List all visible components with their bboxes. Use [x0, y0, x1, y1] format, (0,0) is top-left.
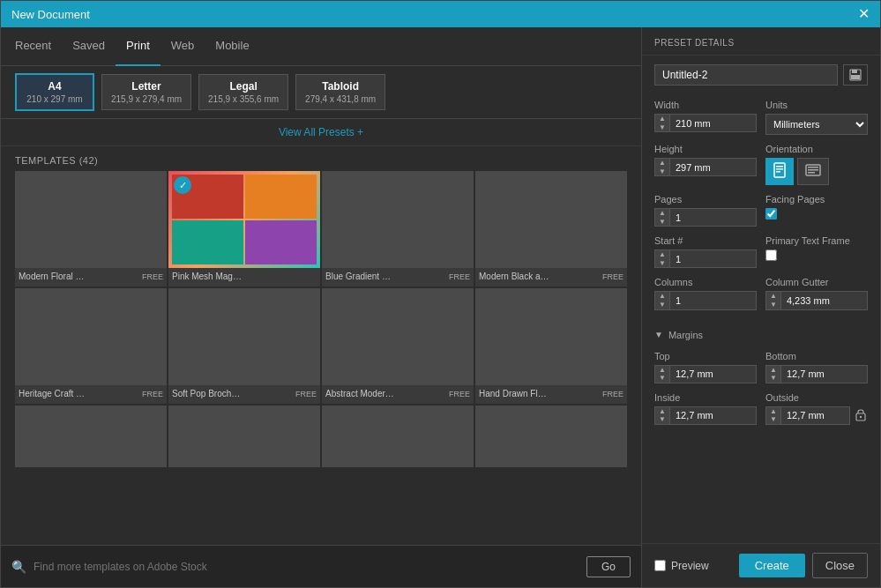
tab-web[interactable]: Web [161, 27, 205, 66]
margin-inside-input[interactable] [670, 408, 756, 422]
view-all-presets-link[interactable]: View All Presets + [1, 119, 641, 146]
margin-outside-down[interactable]: ▼ [770, 415, 777, 424]
go-button[interactable]: Go [586, 556, 631, 577]
margins-toggle[interactable]: ▼ Margins [642, 324, 880, 346]
template-card[interactable] [168, 406, 320, 467]
template-card[interactable] [322, 406, 474, 467]
template-badge: FREE [602, 390, 623, 398]
margin-outside-input[interactable] [781, 408, 849, 422]
height-up-arrow[interactable]: ▲ [659, 159, 666, 167]
column-gutter-down-arrow[interactable]: ▼ [770, 301, 777, 309]
pages-spinner[interactable]: ▲ ▼ [655, 209, 670, 226]
template-card[interactable]: Hand Drawn Floral B... FREE [475, 288, 627, 404]
startnum-down-arrow[interactable]: ▼ [659, 259, 666, 268]
margin-outside-label: Outside [765, 392, 868, 403]
link-margins-button[interactable] [854, 407, 868, 423]
width-spinner[interactable]: ▲ ▼ [655, 115, 670, 131]
tab-print[interactable]: Print [116, 27, 161, 66]
template-card[interactable]: Heritage Craft Busine... FREE [15, 288, 167, 404]
width-down-arrow[interactable]: ▼ [659, 123, 666, 132]
search-templates-input[interactable] [34, 561, 579, 573]
facing-pages-checkbox[interactable] [765, 208, 777, 220]
margin-bottom-label: Bottom [765, 351, 868, 361]
template-card[interactable]: Modern Floral Valen... FREE [15, 171, 167, 287]
template-card[interactable]: Soft Pop Brochure La... FREE [168, 288, 320, 404]
columns-input[interactable] [670, 294, 756, 308]
columns-down-arrow[interactable]: ▼ [659, 301, 666, 309]
columns-spinner[interactable]: ▲ ▼ [655, 292, 670, 309]
portrait-button[interactable] [765, 158, 794, 185]
margin-top-label: Top [654, 351, 757, 361]
close-button[interactable]: Close [812, 553, 868, 578]
landscape-button[interactable] [797, 158, 829, 185]
tab-saved[interactable]: Saved [62, 27, 116, 66]
preset-card-tabloid[interactable]: Tabloid 279,4 x 431,8 mm [295, 74, 385, 110]
margin-bottom-up[interactable]: ▲ [770, 366, 777, 375]
column-gutter-spinner[interactable]: ▲ ▼ [766, 292, 781, 309]
startnum-input[interactable] [670, 252, 756, 266]
svg-point-12 [860, 416, 862, 418]
template-card[interactable]: Modern Black and W... FREE [475, 171, 627, 287]
margin-outside-field: ▲ ▼ [765, 406, 850, 425]
svg-rect-8 [808, 167, 818, 168]
column-gutter-up-arrow[interactable]: ▲ [770, 292, 777, 301]
margin-bottom-spinner[interactable]: ▲ ▼ [766, 366, 781, 383]
template-thumb [475, 406, 627, 467]
margin-top-up[interactable]: ▲ [659, 366, 666, 375]
preset-card-a4[interactable]: A4 210 x 297 mm [15, 73, 94, 111]
margin-inside-spinner[interactable]: ▲ ▼ [655, 407, 670, 424]
pages-input[interactable] [670, 211, 756, 225]
preset-card-letter[interactable]: Letter 215,9 x 279,4 mm [101, 74, 191, 110]
startnum-group: Start # ▲ ▼ [654, 235, 757, 268]
preview-checkbox[interactable] [654, 560, 666, 571]
margin-top-spinner[interactable]: ▲ ▼ [655, 366, 670, 383]
height-down-arrow[interactable]: ▼ [659, 167, 666, 176]
width-input[interactable] [670, 116, 756, 130]
startnum-up-arrow[interactable]: ▲ [659, 250, 666, 259]
preset-name-input[interactable] [654, 64, 838, 86]
columns-group: Columns ▲ ▼ [654, 277, 757, 309]
template-card[interactable] [15, 406, 167, 467]
startnum-spinner[interactable]: ▲ ▼ [655, 250, 670, 267]
template-card[interactable]: Abstract Modern Bro... FREE [322, 288, 474, 404]
svg-rect-9 [808, 169, 818, 171]
tab-recent[interactable]: Recent [15, 27, 62, 66]
create-button[interactable]: Create [739, 554, 805, 577]
columns-up-arrow[interactable]: ▲ [659, 292, 666, 301]
pages-up-arrow[interactable]: ▲ [659, 209, 666, 218]
margin-outside-spinner[interactable]: ▲ ▼ [766, 407, 781, 424]
height-spinner[interactable]: ▲ ▼ [655, 159, 670, 175]
units-select[interactable]: Millimeters Inches Points Pixels Picas C… [765, 114, 868, 135]
save-preset-button[interactable] [843, 64, 868, 86]
template-badge: FREE [142, 272, 163, 281]
margin-inside-down[interactable]: ▼ [659, 415, 666, 424]
template-card[interactable]: ✓ Pink Mesh Magazine Layout [168, 171, 320, 287]
margin-inside-up[interactable]: ▲ [659, 407, 666, 416]
height-input[interactable] [670, 160, 756, 175]
column-gutter-input[interactable] [781, 294, 867, 308]
content-scroll[interactable]: View All Presets + TEMPLATES (42) Modern… [1, 119, 641, 545]
column-gutter-field: ▲ ▼ [765, 291, 868, 309]
margin-top-down[interactable]: ▼ [659, 374, 666, 383]
preset-name-row [642, 56, 880, 94]
svg-rect-3 [774, 163, 785, 177]
template-card[interactable] [475, 406, 627, 467]
tab-mobile[interactable]: Mobile [205, 27, 259, 66]
template-name: Modern Black and W... [479, 272, 549, 281]
margin-bottom-input[interactable] [781, 367, 867, 381]
new-document-dialog: New Document ✕ Recent Saved Print Web [0, 0, 881, 588]
template-card[interactable]: Blue Gradient Busine... FREE [322, 171, 474, 287]
width-up-arrow[interactable]: ▲ [659, 115, 666, 123]
primary-text-frame-checkbox[interactable] [765, 249, 777, 261]
right-panel-footer: Preview Create Close [642, 543, 880, 587]
margin-bottom-down[interactable]: ▼ [770, 374, 777, 383]
margin-outside-group: Outside ▲ ▼ [765, 392, 868, 425]
columns-label: Columns [654, 277, 757, 287]
margin-outside-up[interactable]: ▲ [770, 407, 777, 416]
preset-card-legal[interactable]: Legal 215,9 x 355,6 mm [198, 74, 288, 110]
margin-top-input[interactable] [670, 367, 756, 381]
close-dialog-button[interactable]: ✕ [858, 7, 870, 21]
template-thumb [322, 171, 474, 268]
margin-bottom-group: Bottom ▲ ▼ [765, 351, 868, 383]
pages-down-arrow[interactable]: ▼ [659, 218, 666, 227]
